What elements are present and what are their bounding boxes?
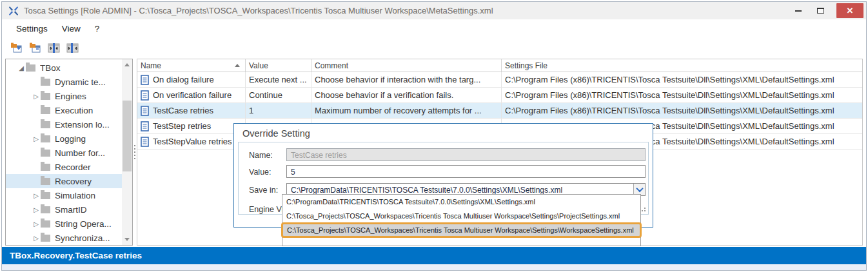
column-header-value[interactable]: Value bbox=[246, 59, 311, 72]
name-label: Name: bbox=[249, 151, 273, 160]
collapse-all-folders-icon[interactable] bbox=[28, 41, 41, 54]
tree-item[interactable]: ▷ Logging bbox=[6, 131, 122, 146]
tree-item[interactable]: Dynamic te... bbox=[6, 75, 122, 89]
tree-item[interactable]: ◢ TBox bbox=[6, 61, 122, 75]
menu-settings[interactable]: Settings bbox=[10, 21, 54, 36]
folder-icon bbox=[41, 150, 50, 157]
folder-icon bbox=[41, 121, 50, 128]
folder-icon bbox=[41, 235, 50, 242]
setting-name: On verification failure bbox=[153, 90, 232, 100]
fit-all-column-widths-icon[interactable] bbox=[66, 41, 79, 54]
cell-comment: Choose behavior if interaction with the … bbox=[311, 72, 502, 87]
folder-icon bbox=[41, 178, 50, 185]
cell-value: Continue bbox=[246, 88, 311, 102]
panel-splitter[interactable] bbox=[133, 145, 136, 163]
setting-name: TestStepValue retries bbox=[153, 137, 232, 146]
scroll-up-icon[interactable] bbox=[124, 63, 130, 66]
setting-name: TestCase retries bbox=[153, 106, 213, 115]
cell-settings-file: C:\Program Files (x86)\TRICENTIS\Tosca T… bbox=[502, 88, 862, 102]
column-header-settings-file[interactable]: Settings File bbox=[502, 59, 862, 72]
tree-item[interactable]: ▷ String Opera... bbox=[6, 217, 122, 231]
scroll-down-icon[interactable] bbox=[124, 238, 130, 241]
close-button[interactable]: ✕ bbox=[836, 3, 863, 18]
folder-icon bbox=[41, 93, 50, 100]
tree-item[interactable]: Number for... bbox=[6, 146, 122, 160]
tree-item[interactable]: ▷ Synchroniza... bbox=[6, 231, 122, 245]
tree-item-label: Execution bbox=[55, 106, 93, 115]
document-icon bbox=[141, 137, 149, 147]
folder-icon bbox=[41, 135, 50, 142]
cell-comment: Maximum number of recovery attempts for … bbox=[311, 103, 502, 118]
folder-icon bbox=[41, 79, 50, 86]
folder-icon bbox=[41, 164, 50, 171]
folder-icon bbox=[41, 107, 50, 114]
status-bar: TBox.Recovery.TestCase retries bbox=[2, 247, 866, 264]
tree-item-label: Recovery bbox=[55, 177, 92, 186]
tree-item[interactable]: Recorder bbox=[6, 160, 122, 174]
tree-expander-icon[interactable]: ▷ bbox=[32, 206, 41, 213]
fit-column-width-icon[interactable] bbox=[47, 41, 60, 54]
cell-settings-file: C:\Program Files (x86)\TRICENTIS\Tosca T… bbox=[502, 103, 862, 118]
tree-expander-icon[interactable]: ▷ bbox=[32, 93, 41, 100]
dropdown-option[interactable]: C:\Tosca_Projects\TOSCA_Workspaces\Trice… bbox=[282, 209, 640, 223]
tree-item[interactable]: ▷ Engines bbox=[6, 89, 122, 103]
tree-expander-icon[interactable]: ◢ bbox=[17, 64, 26, 72]
title-bar: Tosca Settings [Role ADMIN] - C:\Tosca_P… bbox=[2, 2, 866, 19]
column-header-name[interactable]: Name bbox=[137, 59, 246, 72]
value-label: Value: bbox=[249, 168, 271, 177]
setting-name: On dialog failure bbox=[153, 75, 214, 84]
document-icon bbox=[141, 106, 149, 116]
menu-view[interactable]: View bbox=[55, 21, 87, 36]
minimize-icon bbox=[795, 10, 802, 12]
folder-icon bbox=[41, 206, 50, 213]
cell-name: TestStep retries bbox=[137, 119, 246, 133]
tree-item-label: String Opera... bbox=[55, 219, 112, 229]
tosca-logo-icon bbox=[8, 6, 19, 16]
tree-expander-icon[interactable]: ▷ bbox=[32, 220, 41, 228]
toolbar bbox=[2, 38, 866, 57]
tree-expander-icon[interactable]: ▷ bbox=[32, 135, 41, 142]
tree-item-label: SmartID bbox=[55, 205, 87, 215]
close-icon: ✕ bbox=[847, 6, 854, 15]
tree-item[interactable]: Recovery bbox=[6, 174, 122, 188]
tree-item[interactable]: Execution bbox=[6, 103, 122, 117]
resize-grip-icon[interactable] bbox=[640, 206, 646, 211]
cell-name: On dialog failure bbox=[137, 72, 246, 87]
settings-tree: ◢ TBox Dynamic te... ▷ Engines bbox=[6, 61, 122, 245]
window-title: Tosca Settings [Role ADMIN] - C:\Tosca_P… bbox=[24, 6, 493, 15]
scrollbar-thumb[interactable] bbox=[123, 101, 132, 171]
cell-settings-file: C:\Program Files (x86)\TRICENTIS\Tosca T… bbox=[502, 72, 862, 87]
table-row[interactable]: On dialog failure Execute next ... Choos… bbox=[137, 72, 862, 88]
tree-scrollbar[interactable] bbox=[122, 59, 132, 245]
status-text: TBox.Recovery.TestCase retries bbox=[10, 251, 142, 260]
tree-item[interactable]: ▷ SmartID bbox=[6, 202, 122, 217]
tree-item[interactable]: Extension lo... bbox=[6, 117, 122, 131]
minimize-button[interactable] bbox=[787, 3, 809, 18]
cell-name: TestStepValue retries bbox=[137, 134, 246, 149]
tree-item[interactable]: ▷ Simulation bbox=[6, 188, 122, 202]
tree-item-label: Extension lo... bbox=[55, 120, 110, 130]
tree-item-label: Number for... bbox=[55, 148, 105, 158]
tree-item-label: Logging bbox=[55, 134, 86, 144]
column-header-comment[interactable]: Comment bbox=[311, 59, 502, 72]
table-row[interactable]: TestCase retries 1 Maximum number of rec… bbox=[137, 103, 862, 119]
tree-expander-icon[interactable]: ▷ bbox=[32, 192, 41, 199]
cell-value: Execute next ... bbox=[246, 72, 311, 87]
table-row[interactable]: On verification failure Continue Choose … bbox=[137, 88, 862, 103]
maximize-button[interactable] bbox=[809, 3, 831, 18]
cell-name: TestCase retries bbox=[137, 103, 246, 118]
folder-icon bbox=[26, 64, 35, 72]
dropdown-option[interactable]: C:\Tosca_Projects\TOSCA_Workspaces\Trice… bbox=[281, 222, 642, 238]
tree-expander-icon[interactable]: ▷ bbox=[32, 235, 41, 242]
sort-ascending-icon bbox=[235, 64, 240, 67]
save-in-value: C:\ProgramData\TRICENTIS\TOSCA Testsuite… bbox=[291, 186, 562, 195]
tosca-settings-window: Tosca Settings [Role ADMIN] - C:\Tosca_P… bbox=[1, 1, 867, 271]
tree-item-label: Dynamic te... bbox=[55, 77, 106, 87]
setting-name: TestStep retries bbox=[153, 121, 211, 131]
dropdown-option[interactable]: C:\ProgramData\TRICENTIS\TOSCA Testsuite… bbox=[282, 195, 640, 209]
tree-item-label: Simulation bbox=[55, 191, 95, 200]
menu-help[interactable]: ? bbox=[88, 21, 106, 36]
expand-all-folders-icon[interactable] bbox=[10, 41, 23, 54]
value-field[interactable]: 5 bbox=[286, 165, 646, 178]
menu-bar: Settings View ? bbox=[2, 19, 866, 38]
